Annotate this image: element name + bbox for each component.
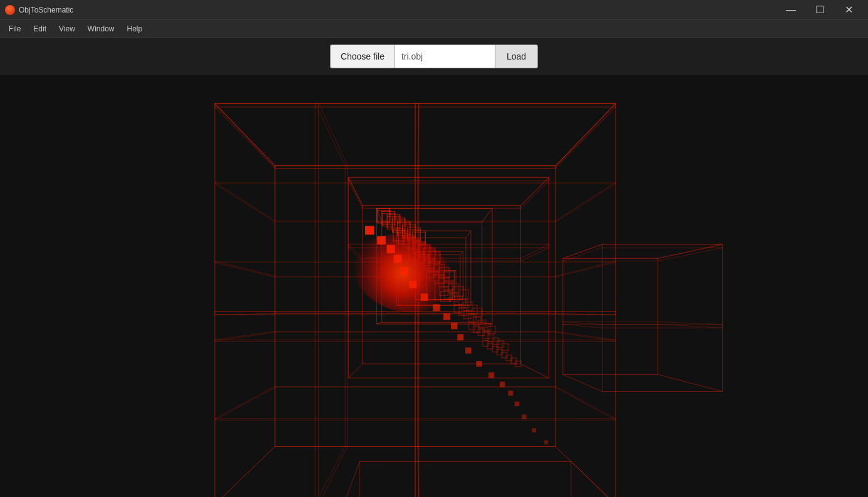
menu-help[interactable]: Help: [121, 22, 149, 36]
toolbar: Choose file Load: [0, 38, 868, 75]
title-bar-title: ObjToSchematic: [19, 6, 73, 14]
title-bar-left: ObjToSchematic: [5, 5, 73, 15]
menu-bar: File Edit View Window Help: [0, 20, 868, 38]
choose-file-button[interactable]: Choose file: [330, 44, 395, 68]
menu-window[interactable]: Window: [81, 22, 121, 36]
title-bar: ObjToSchematic — ☐ ✕: [0, 0, 868, 20]
scene-canvas: [0, 75, 868, 497]
minimize-button[interactable]: —: [777, 0, 805, 20]
file-input[interactable]: [395, 44, 495, 68]
menu-edit[interactable]: Edit: [27, 22, 53, 36]
menu-file[interactable]: File: [3, 22, 27, 36]
maximize-button[interactable]: ☐: [805, 0, 834, 20]
load-button[interactable]: Load: [495, 44, 538, 68]
menu-view[interactable]: View: [53, 22, 81, 36]
close-button[interactable]: ✕: [834, 0, 863, 20]
app-icon: [5, 5, 15, 15]
title-bar-controls: — ☐ ✕: [777, 0, 863, 20]
canvas-area[interactable]: [0, 75, 868, 497]
